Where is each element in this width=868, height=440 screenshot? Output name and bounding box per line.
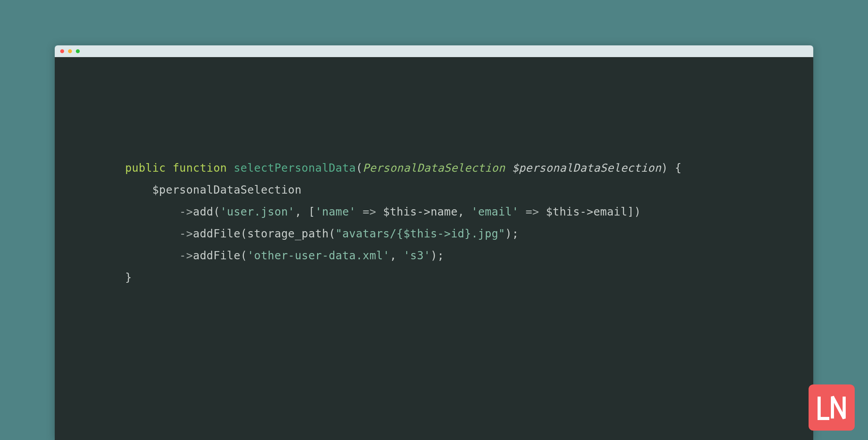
variable: $personalDataSelection	[152, 183, 301, 196]
string-literal: 'user.json'	[220, 205, 295, 218]
code-editor: public function selectPersonalData(Perso…	[55, 57, 813, 440]
minimize-icon[interactable]	[68, 49, 72, 53]
method-call: addFile	[193, 227, 241, 240]
arrow-op: ->	[179, 227, 193, 240]
string-literal: 's3'	[404, 249, 430, 262]
brace: {	[668, 162, 682, 174]
paren: )	[661, 162, 668, 174]
string-literal: 'email'	[471, 205, 519, 218]
string-literal: 'other-user-data.xml'	[247, 249, 390, 262]
close-icon[interactable]	[60, 49, 64, 53]
keyword: function	[173, 162, 227, 174]
keyword: public	[125, 162, 166, 174]
method-call: add	[193, 205, 213, 218]
method-call: addFile	[193, 249, 241, 262]
maximize-icon[interactable]	[76, 49, 80, 53]
variable: $personalDataSelection	[512, 162, 661, 174]
expr: $this->name	[383, 205, 458, 218]
ln-logo-icon	[816, 392, 847, 423]
function-name: selectPersonalData	[234, 162, 356, 174]
arrow-op: ->	[179, 249, 193, 262]
string-literal: 'name'	[315, 205, 356, 218]
paren: (	[356, 162, 362, 174]
editor-window: public function selectPersonalData(Perso…	[55, 45, 813, 440]
window-titlebar	[55, 45, 813, 57]
fn-call: storage_path	[247, 227, 328, 240]
logo-badge	[809, 384, 855, 431]
brace: }	[125, 271, 132, 284]
arrow-op: ->	[179, 205, 193, 218]
expr: $this->email	[546, 205, 627, 218]
string-literal: "avatars/{$this->id}.jpg"	[335, 227, 505, 240]
type-hint: PersonalDataSelection	[363, 162, 506, 174]
